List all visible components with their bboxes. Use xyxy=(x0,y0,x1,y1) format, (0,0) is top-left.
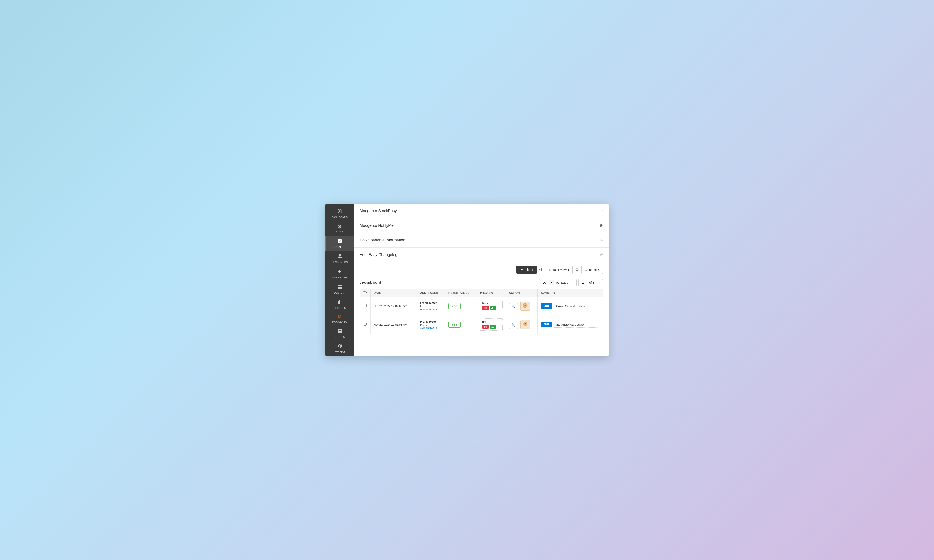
prev-page-button[interactable]: ‹ xyxy=(570,279,576,286)
sidebar-label-marketing: MARKETING xyxy=(332,276,347,279)
chevron-down-icon-notifyme: ⊖ xyxy=(600,223,603,228)
per-page-dropdown-arrow[interactable]: ▾ xyxy=(549,280,554,285)
next-page-button[interactable]: › xyxy=(596,279,603,286)
default-view-button[interactable]: Default View ▾ xyxy=(546,266,572,274)
filters-button[interactable]: ▼ Filters xyxy=(516,266,537,274)
row1-action: 🔍 M xyxy=(506,297,538,315)
column-header-revertable: REVERTABLE? xyxy=(445,289,477,297)
sidebar-label-sales: SALES xyxy=(336,230,344,233)
row1-checkbox[interactable] xyxy=(364,304,367,307)
row2-revertable: YES xyxy=(445,315,477,334)
row2-preview-label: qty xyxy=(482,320,500,323)
per-page-select[interactable]: ▾ xyxy=(539,279,554,286)
content-icon xyxy=(337,284,342,291)
chevron-down-icon-auditeasy: ⊖ xyxy=(600,252,603,257)
row1-checkbox-cell xyxy=(360,297,371,315)
sidebar-label-reports: REPORTS xyxy=(333,307,346,309)
svg-rect-4 xyxy=(340,287,342,289)
sidebar-label-customers: CUSTOMERS xyxy=(331,261,348,263)
current-page-input[interactable] xyxy=(578,279,587,286)
per-page-input[interactable] xyxy=(539,279,549,286)
per-page-label: per page xyxy=(556,281,568,285)
row2-search-button[interactable]: 🔍 xyxy=(509,322,518,329)
stores-icon xyxy=(337,328,342,335)
sidebar-item-catalog[interactable]: CATALOG xyxy=(325,235,353,251)
accordion-title-stockeasy: Moogento StockEasy xyxy=(360,209,397,213)
column-header-summary: SUMMARY xyxy=(538,289,603,297)
accordion-downloadable: Downloadable Information ⊖ xyxy=(353,233,609,248)
sort-arrow-date: ↑ xyxy=(383,292,384,294)
column-header-checkbox: ▾ xyxy=(360,289,371,297)
select-all-checkbox[interactable] xyxy=(363,291,366,294)
row1-admin-name: Frank Tester xyxy=(420,302,442,305)
row1-product-name: Crown Summit Backpack xyxy=(554,303,600,309)
sidebar-item-dashboard[interactable]: DASHBOARD xyxy=(325,206,353,221)
row1-admin-username: Frank xyxy=(420,305,442,308)
table-header: ▾ DATE ↑ ADMIN USER REVERTABLE? PREVIEW … xyxy=(360,289,603,297)
row2-preview-box: qty 50 10 xyxy=(480,318,502,331)
system-icon xyxy=(337,343,342,350)
sidebar-item-moogento[interactable]: M MOOGENTO xyxy=(325,312,353,326)
row2-admin-username: Frank xyxy=(420,323,442,326)
sidebar-label-stores: STORES xyxy=(334,335,345,338)
reports-icon xyxy=(337,299,342,306)
row2-edit-button[interactable]: EDIT xyxy=(541,322,552,327)
row1-moogento-button[interactable]: M xyxy=(521,302,530,311)
accordion-title-notifyme: Moogento NotifyMe xyxy=(360,223,394,228)
row2-summary: EDIT StockEasy qty update xyxy=(538,315,603,334)
changelog-table: ▾ DATE ↑ ADMIN USER REVERTABLE? PREVIEW … xyxy=(360,289,603,334)
table-row: Nov 21, 2024 12:01:58 AM Frank Tester Fr… xyxy=(360,315,603,334)
sidebar-item-content[interactable]: CONTENT xyxy=(325,281,353,297)
row2-summary-cell: EDIT StockEasy qty update xyxy=(541,322,600,328)
column-header-action: ACTION xyxy=(506,289,538,297)
checkbox-dropdown-arrow[interactable]: ▾ xyxy=(366,292,367,294)
row1-edit-button[interactable]: EDIT xyxy=(541,303,552,309)
row1-summary: EDIT Crown Summit Backpack xyxy=(538,297,603,315)
row1-admin-user: Frank Tester Frank Administrators xyxy=(417,297,445,315)
svg-text:M: M xyxy=(524,323,526,325)
sidebar: DASHBOARD $ SALES CATALOG CUSTOMERS MARK… xyxy=(325,204,353,356)
row1-search-button[interactable]: 🔍 xyxy=(509,303,518,310)
accordion-auditeasy: AuditEasy Changelog ⊖ xyxy=(353,248,609,262)
row2-moogento-button[interactable]: M xyxy=(521,320,530,329)
row1-preview-old: 38 xyxy=(482,306,489,310)
eye-icon: 👁 xyxy=(539,268,543,272)
columns-button[interactable]: Columns ▾ xyxy=(581,266,603,274)
sidebar-item-system[interactable]: SYSTEM xyxy=(325,341,353,356)
pagination-controls: ▾ per page ‹ of 1 › xyxy=(539,279,603,286)
pagination-bar: 2 records found ▾ per page ‹ of 1 › xyxy=(353,277,609,289)
svg-text:M: M xyxy=(524,305,526,307)
row2-preview: qty 50 10 xyxy=(477,315,506,334)
customers-icon xyxy=(337,253,342,260)
svg-point-0 xyxy=(339,211,341,212)
chevron-down-icon-stockeasy: ⊖ xyxy=(600,208,603,213)
sidebar-item-marketing[interactable]: MARKETING xyxy=(325,266,353,281)
accordion-header-downloadable[interactable]: Downloadable Information ⊖ xyxy=(353,233,609,247)
accordion-header-auditeasy[interactable]: AuditEasy Changelog ⊖ xyxy=(353,248,609,262)
filter-icon: ▼ xyxy=(520,268,523,271)
svg-rect-2 xyxy=(340,285,342,286)
row2-admin-name: Frank Tester xyxy=(420,320,442,323)
sales-icon: $ xyxy=(338,224,341,229)
chevron-down-icon-view: ▾ xyxy=(568,268,569,271)
sidebar-item-customers[interactable]: CUSTOMERS xyxy=(325,251,353,266)
row2-product-name: StockEasy qty update xyxy=(554,322,600,328)
accordion-header-notifyme[interactable]: Moogento NotifyMe ⊖ xyxy=(353,218,609,233)
total-pages-label: of 1 xyxy=(589,281,594,285)
row1-revertable: YES xyxy=(445,297,477,315)
row2-date: Nov 21, 2024 12:01:58 AM xyxy=(371,315,417,334)
sidebar-item-sales[interactable]: $ SALES xyxy=(325,221,353,235)
accordion-notifyme: Moogento NotifyMe ⊖ xyxy=(353,218,609,233)
sidebar-label-moogento: MOOGENTO xyxy=(332,320,347,323)
sidebar-item-stores[interactable]: STORES xyxy=(325,326,353,341)
row1-preview-new: 40 xyxy=(490,306,496,310)
accordion-title-auditeasy: AuditEasy Changelog xyxy=(360,252,398,257)
row2-checkbox-cell xyxy=(360,315,371,334)
row1-summary-cell: EDIT Crown Summit Backpack xyxy=(541,303,600,309)
gear-icon: ⚙ xyxy=(575,267,579,272)
row2-checkbox[interactable] xyxy=(364,323,367,326)
accordion-header-stockeasy[interactable]: Moogento StockEasy ⊖ xyxy=(353,204,609,218)
sidebar-label-dashboard: DASHBOARD xyxy=(331,216,348,218)
column-header-date[interactable]: DATE ↑ xyxy=(371,289,417,297)
sidebar-item-reports[interactable]: REPORTS xyxy=(325,297,353,312)
